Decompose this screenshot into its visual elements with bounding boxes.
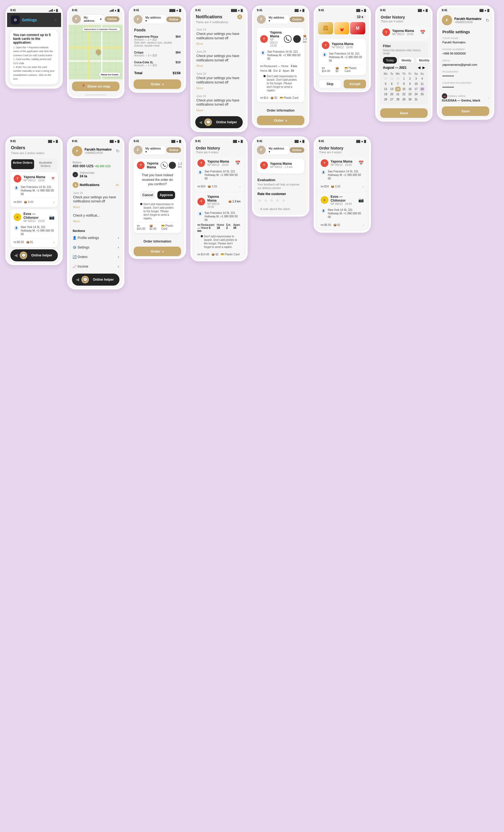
cal-day[interactable]: 29 <box>389 76 394 81</box>
tab-available-orders[interactable]: Available Orders <box>34 159 57 169</box>
cal-day[interactable]: 27 <box>389 97 394 102</box>
cal-day[interactable]: 28 <box>383 76 388 81</box>
order-info-btn[interactable]: Order information <box>257 106 304 114</box>
confirm-password-input[interactable] <box>442 85 489 89</box>
address-dropdown[interactable]: My address ▾ <box>81 15 105 24</box>
cancel-confirm-btn[interactable]: Cancel <box>140 191 155 199</box>
info-btn-confirm[interactable]: Order information <box>134 237 181 245</box>
courier-more-2[interactable]: More <box>69 219 123 225</box>
password-input[interactable] <box>442 74 489 78</box>
courier-refresh[interactable]: ↻ <box>116 148 120 154</box>
save-btn-filter[interactable]: Save <box>380 108 428 118</box>
phone-call-icon[interactable]: 📞 <box>284 35 292 43</box>
order-chevron-1[interactable]: › <box>53 200 55 204</box>
cal-day[interactable]: 24 <box>413 92 419 97</box>
star-5[interactable]: ★ <box>282 198 286 204</box>
star-4[interactable]: ★ <box>275 198 280 204</box>
cal-day[interactable]: 15 <box>401 87 407 92</box>
approve-btn[interactable]: Approve <box>157 191 175 199</box>
cal-day[interactable]: 2 <box>407 76 413 81</box>
more-1[interactable]: More <box>192 42 246 48</box>
cal-day[interactable]: 5 <box>383 82 388 86</box>
filter-today[interactable]: Today <box>383 57 397 63</box>
cal-next-icon[interactable]: ▶ <box>422 66 425 70</box>
cal-day[interactable]: 30 <box>395 76 401 81</box>
more-icon[interactable]: ⋯ <box>293 35 301 43</box>
cal-day[interactable]: 19 <box>383 92 388 97</box>
order-chevron-2[interactable]: › <box>53 240 55 244</box>
client-note-input[interactable]: A note about the client <box>258 205 304 213</box>
settings-title: Settings <box>22 18 37 22</box>
cal-day[interactable]: 20 <box>389 92 394 97</box>
show-on-map-btn[interactable]: 📍 Show on map <box>72 82 120 91</box>
order-note: Don't add mayonnaise to lavash. Don't ad… <box>260 73 301 93</box>
accept-btn[interactable]: Accept <box>344 80 366 88</box>
cal-day[interactable]: 10 <box>413 82 419 86</box>
incoming-dot: Y <box>322 42 329 49</box>
star-1[interactable]: ★ <box>258 198 262 204</box>
cal-day[interactable]: 25 <box>420 92 425 97</box>
cal-day[interactable]: 7 <box>395 82 401 86</box>
cal-day[interactable]: 17 <box>413 87 419 92</box>
cal-day[interactable]: 3 <box>413 76 419 81</box>
more-icon-confirm[interactable]: ⋯ <box>169 162 176 169</box>
addr-od[interactable]: My address ▾ <box>266 15 290 24</box>
tab-active-orders[interactable]: Active Orders <box>11 159 34 169</box>
section-orders[interactable]: 🔄 Orders› <box>69 252 123 262</box>
courier-more-1[interactable]: More <box>69 205 123 211</box>
cal-day[interactable]: 23 <box>407 92 413 97</box>
cal-prev-icon[interactable]: ◀ <box>418 66 420 70</box>
online-toggle[interactable]: Online <box>105 16 120 22</box>
order-btn-confirm[interactable]: Order» <box>134 246 181 256</box>
more-2[interactable]: More <box>192 63 246 70</box>
section-profile[interactable]: 👤 Profile settings› <box>69 233 123 243</box>
cal-day[interactable]: 29 <box>401 97 407 102</box>
phone-input[interactable] <box>442 51 489 56</box>
filter-monthly[interactable]: Monthly <box>416 57 431 63</box>
cal-day[interactable]: 6 <box>389 82 394 86</box>
email-input[interactable] <box>442 62 489 67</box>
section-settings[interactable]: ⚙️ Settings› <box>69 243 123 252</box>
history-sub-1: There are 4 orders <box>377 20 431 25</box>
cal-day[interactable]: 13 <box>389 87 394 92</box>
cal-day[interactable]: 31 <box>413 97 419 102</box>
all-link[interactable]: All <box>116 183 119 187</box>
star-3[interactable]: ★ <box>269 198 274 204</box>
toggle-3[interactable]: Online <box>166 17 181 22</box>
refresh-icon[interactable]: ↻ <box>486 18 489 23</box>
cal-day[interactable]: 1 <box>401 76 407 81</box>
name-input[interactable] <box>442 40 489 45</box>
cal-day[interactable]: 12 <box>383 87 388 92</box>
more-3[interactable]: More <box>192 86 246 92</box>
more-4[interactable]: More <box>192 108 246 114</box>
cal-day[interactable]: 11 <box>420 82 425 86</box>
notif-badge: 4 <box>237 15 242 19</box>
cal-day[interactable]: 4 <box>420 76 425 81</box>
cal-day[interactable]: 16 <box>407 87 413 92</box>
save-profile-btn[interactable]: Save <box>442 106 489 116</box>
section-income[interactable]: 📈 Income› <box>69 262 123 271</box>
cal-day-today[interactable]: 14 <box>395 87 401 92</box>
order-btn-detail[interactable]: Order» <box>257 116 304 125</box>
skip-btn[interactable]: Skip <box>319 80 341 88</box>
courier-phone: +99888014558 <box>84 151 111 154</box>
cal-day[interactable]: 28 <box>395 97 401 102</box>
cal-day-highlight[interactable]: 18 <box>420 87 425 92</box>
cal-day[interactable]: 21 <box>395 92 401 97</box>
order-btn-food[interactable]: Order » <box>134 79 181 89</box>
addr-3[interactable]: My address ▾ <box>142 15 166 24</box>
helper-bar-notif[interactable]: ◀ 💬 Online helper <box>195 116 243 128</box>
call-icon-confirm[interactable]: 📞 <box>161 162 168 169</box>
confirm-btns: Cancel Approve <box>137 189 178 201</box>
cal-day[interactable]: 22 <box>401 92 407 97</box>
filter-weekly[interactable]: Weekly <box>398 57 414 63</box>
cal-day[interactable]: 26 <box>383 97 388 102</box>
star-2[interactable]: ★ <box>263 198 268 204</box>
cal-day[interactable]: 9 <box>407 82 413 86</box>
helper-bar-courier[interactable]: ◀ 💬 Online helper <box>72 274 120 286</box>
toggle-od[interactable]: Online <box>290 17 304 22</box>
cal-day[interactable]: 30 <box>407 97 413 102</box>
hist-chevron-1[interactable]: › <box>239 184 241 189</box>
helper-bar-orders[interactable]: ◀ 💬 Online helper <box>10 249 58 261</box>
cal-day[interactable]: 8 <box>401 82 407 86</box>
